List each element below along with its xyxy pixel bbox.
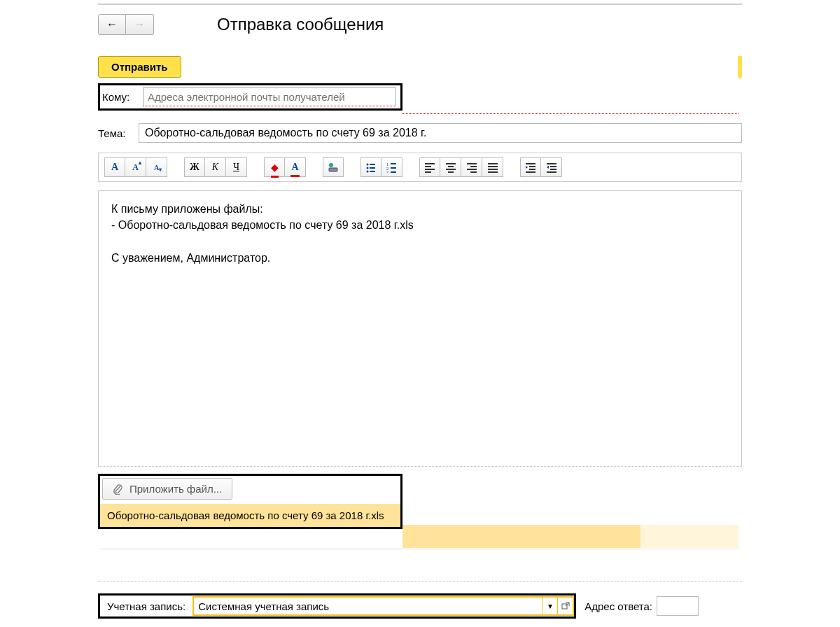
- text-color-button[interactable]: A: [285, 157, 306, 177]
- account-label: Учетная запись:: [103, 600, 190, 612]
- align-right-icon: [466, 162, 477, 173]
- reply-address-label: Адрес ответа:: [584, 600, 652, 612]
- back-button[interactable]: ←: [98, 14, 126, 35]
- svg-rect-19: [448, 166, 454, 167]
- svg-rect-29: [488, 171, 498, 173]
- svg-rect-23: [470, 166, 477, 167]
- indent-icon: [525, 162, 536, 173]
- paperclip-icon: [113, 484, 122, 495]
- nav-buttons: ← →: [98, 14, 154, 35]
- numbered-list-icon: 123: [386, 162, 398, 173]
- underline-button[interactable]: Ч: [226, 157, 247, 177]
- svg-rect-38: [562, 604, 567, 609]
- svg-point-4: [367, 167, 369, 169]
- subject-input[interactable]: [139, 123, 742, 143]
- outdent-button[interactable]: [541, 157, 562, 177]
- message-body[interactable]: К письму приложены файлы: - Оборотно-сал…: [98, 190, 742, 467]
- svg-rect-22: [467, 163, 477, 164]
- svg-rect-11: [391, 167, 396, 169]
- svg-rect-18: [446, 163, 456, 164]
- svg-rect-36: [550, 169, 556, 170]
- svg-rect-21: [448, 171, 454, 173]
- format-toolbar: A A▴ A▾ Ж К Ч ◆ A 123: [98, 153, 742, 182]
- svg-rect-24: [467, 169, 477, 170]
- svg-rect-3: [370, 164, 375, 165]
- forward-button[interactable]: →: [126, 14, 154, 35]
- bold-button[interactable]: Ж: [184, 157, 205, 177]
- svg-rect-27: [488, 166, 498, 167]
- align-justify-button[interactable]: [482, 157, 503, 177]
- attachment-row-ext: [402, 525, 738, 548]
- svg-rect-25: [470, 171, 477, 173]
- open-icon: [561, 602, 570, 610]
- align-left-icon: [424, 162, 435, 173]
- numbered-list-button[interactable]: 123: [382, 157, 402, 177]
- italic-button[interactable]: К: [205, 157, 226, 177]
- to-input[interactable]: [143, 87, 396, 106]
- svg-rect-20: [446, 169, 456, 170]
- svg-text:3: 3: [386, 171, 388, 173]
- svg-rect-16: [425, 169, 435, 170]
- align-left-button[interactable]: [419, 157, 440, 177]
- attach-file-button[interactable]: Приложить файл...: [102, 478, 232, 500]
- svg-point-6: [367, 171, 369, 173]
- outdent-icon: [546, 162, 557, 173]
- reply-address-input[interactable]: [657, 596, 699, 616]
- align-center-button[interactable]: [440, 157, 461, 177]
- attachment-item[interactable]: Оборотно-сальдовая ведомость по счету 69…: [100, 504, 400, 527]
- insert-link-button[interactable]: [323, 157, 344, 177]
- page-title: Отправка сообщения: [217, 15, 384, 34]
- account-open-button[interactable]: [557, 598, 573, 614]
- align-justify-icon: [487, 162, 498, 173]
- account-dropdown-button[interactable]: ▾: [542, 598, 557, 614]
- account-select[interactable]: [194, 598, 542, 614]
- send-button[interactable]: Отправить: [98, 56, 181, 78]
- svg-rect-26: [488, 163, 498, 164]
- svg-rect-1: [329, 168, 337, 171]
- svg-rect-34: [547, 163, 556, 164]
- svg-rect-14: [425, 163, 435, 164]
- highlight-button[interactable]: ◆: [264, 157, 285, 177]
- bullet-list-button[interactable]: [360, 157, 382, 177]
- svg-rect-28: [488, 169, 498, 170]
- align-center-icon: [445, 162, 456, 173]
- svg-rect-37: [547, 171, 556, 173]
- font-smaller-button[interactable]: A▾: [146, 157, 167, 177]
- accent-bar: [738, 56, 742, 78]
- svg-rect-17: [425, 171, 431, 173]
- svg-rect-32: [529, 169, 536, 170]
- svg-rect-9: [391, 163, 396, 164]
- to-label: Кому:: [102, 91, 137, 103]
- subject-label: Тема:: [98, 127, 133, 139]
- svg-point-0: [329, 163, 333, 167]
- font-bigger-button[interactable]: A▴: [125, 157, 146, 177]
- svg-point-2: [367, 164, 369, 166]
- svg-rect-5: [370, 167, 375, 169]
- svg-rect-31: [529, 166, 536, 167]
- link-icon: [328, 162, 339, 173]
- font-color-button[interactable]: A: [104, 157, 125, 177]
- bullet-list-icon: [365, 162, 377, 173]
- svg-rect-13: [391, 171, 396, 173]
- svg-rect-35: [550, 166, 556, 167]
- svg-rect-15: [425, 166, 431, 167]
- svg-rect-7: [370, 171, 375, 172]
- indent-button[interactable]: [520, 157, 541, 177]
- svg-rect-30: [526, 163, 536, 164]
- align-right-button[interactable]: [461, 157, 482, 177]
- svg-rect-33: [526, 171, 536, 173]
